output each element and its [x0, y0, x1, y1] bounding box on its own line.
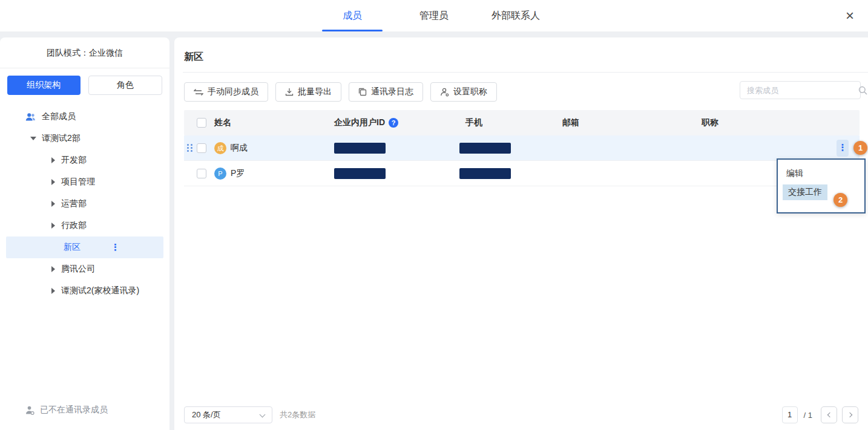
sync-icon: [194, 88, 203, 96]
help-icon[interactable]: ?: [389, 118, 398, 128]
tree-item-operations-dept[interactable]: 运营部: [0, 193, 169, 215]
role-button[interactable]: 角色: [88, 76, 163, 95]
select-all-checkbox[interactable]: [197, 118, 206, 128]
caret-right-icon[interactable]: [51, 201, 55, 207]
prev-page-button[interactable]: [821, 406, 837, 423]
next-page-button[interactable]: [842, 406, 858, 423]
chevron-left-icon: [827, 412, 832, 417]
caret-right-icon[interactable]: [51, 157, 55, 163]
caret-right-icon[interactable]: [51, 288, 55, 294]
tree-item-project-mgmt[interactable]: 项目管理: [0, 171, 169, 193]
people-icon: [25, 112, 36, 122]
team-mode-label: 团队模式：企业微信: [0, 37, 169, 68]
drag-handle[interactable]: [187, 144, 192, 152]
chevron-right-icon: [847, 412, 852, 417]
org-tree: 全部成员 谭测试2部 开发部 项目管理 运营部 行政部: [0, 102, 169, 302]
caret-down-icon[interactable]: [30, 137, 36, 140]
tree-item-label: 行政部: [61, 220, 87, 231]
set-job-title-label: 设置职称: [453, 86, 487, 97]
member-management-window: 成员 管理员 外部联系人 × 团队模式：企业微信 组织架构 角色 全部成员 谭测…: [0, 0, 868, 430]
tab-members[interactable]: 成员: [316, 0, 389, 31]
search-input[interactable]: [740, 86, 858, 95]
total-count-label: 共2条数据: [280, 409, 315, 420]
col-header-user-id: 企业内用户ID: [334, 117, 385, 128]
row-checkbox[interactable]: [197, 143, 206, 153]
search-icon[interactable]: [858, 86, 867, 95]
tree-item-dev-dept[interactable]: 开发部: [0, 149, 169, 171]
avatar: P: [214, 168, 226, 180]
page-controls: 1 / 1: [782, 406, 858, 423]
manual-sync-button[interactable]: 手动同步成员: [184, 82, 268, 102]
log-icon: [358, 88, 367, 96]
tree-item-label: 新区: [64, 242, 81, 253]
caret-right-icon[interactable]: [51, 223, 55, 229]
redacted-user-id: [334, 168, 386, 179]
col-header-title: 职称: [702, 117, 860, 128]
tab-admins[interactable]: 管理员: [398, 0, 470, 31]
close-icon[interactable]: ×: [841, 7, 858, 24]
set-job-title-button[interactable]: 设置职称: [430, 82, 497, 102]
manual-sync-label: 手动同步成员: [208, 86, 258, 97]
org-structure-button[interactable]: 组织架构: [7, 76, 81, 95]
pagination-bar: 20 条/页 共2条数据 1 / 1: [174, 406, 868, 423]
departed-members-link[interactable]: 已不在通讯录成员: [25, 405, 108, 415]
row-checkbox[interactable]: [197, 169, 206, 178]
table-row[interactable]: P P罗: [184, 161, 860, 186]
sidebar-mode-buttons: 组织架构 角色: [0, 68, 169, 102]
chevron-down-icon: [260, 412, 266, 418]
tree-item-all-members[interactable]: 全部成员: [0, 106, 169, 128]
col-header-email: 邮箱: [562, 117, 702, 128]
tree-item-label: 开发部: [61, 155, 87, 166]
tab-external-contacts[interactable]: 外部联系人: [479, 0, 552, 31]
member-search: [740, 81, 861, 99]
tab-group: 成员 管理员 外部联系人: [0, 0, 868, 31]
page-title: 新区: [174, 37, 868, 72]
menu-item-handover[interactable]: 交接工作: [783, 184, 827, 200]
current-page-input[interactable]: 1: [782, 406, 798, 423]
tree-item-label: 全部成员: [42, 111, 76, 122]
tree-item-new-district[interactable]: 新区 ⋮: [6, 236, 163, 258]
table-row[interactable]: 成 啊成 ⋮: [184, 135, 860, 161]
page-size-value: 20 条/页: [192, 410, 221, 419]
row-context-menu: 编辑 交接工作 2: [777, 158, 866, 213]
tree-item-tencent[interactable]: 腾讯公司: [0, 258, 169, 280]
page-size-select[interactable]: 20 条/页: [184, 406, 272, 423]
tree-item-label: 项目管理: [61, 177, 95, 187]
download-icon: [285, 88, 294, 96]
avatar: 成: [214, 142, 226, 154]
table-header-row: 姓名 企业内用户ID ? 手机 邮箱 职称: [184, 110, 860, 135]
redacted-phone: [459, 168, 511, 179]
member-panel: 新区 手动同步成员 批量导出 通讯录日志: [174, 37, 868, 430]
member-toolbar: 手动同步成员 批量导出 通讯录日志 设置职称: [174, 73, 868, 102]
menu-item-edit[interactable]: 编辑: [786, 168, 864, 179]
member-name: P罗: [231, 168, 245, 179]
person-settings-icon: [440, 88, 449, 97]
col-header-phone: 手机: [465, 117, 562, 128]
row-more-vertical-icon[interactable]: ⋮: [837, 140, 849, 157]
annotation-badge-2: 2: [833, 193, 847, 207]
col-header-name: 姓名: [214, 117, 334, 128]
tree-item-school-contacts[interactable]: 谭测试2(家校通讯录): [0, 280, 169, 302]
tree-item-label: 谭测试2部: [42, 133, 81, 144]
redacted-user-id: [334, 143, 386, 154]
batch-export-button[interactable]: 批量导出: [275, 82, 341, 102]
org-sidebar: 团队模式：企业微信 组织架构 角色 全部成员 谭测试2部 开发部: [0, 37, 169, 430]
contacts-log-label: 通讯录日志: [371, 86, 413, 97]
tree-item-admin-dept[interactable]: 行政部: [0, 215, 169, 236]
tree-item-label: 腾讯公司: [61, 264, 95, 275]
member-table: 姓名 企业内用户ID ? 手机 邮箱 职称 成 啊成: [184, 110, 860, 186]
batch-export-label: 批量导出: [298, 86, 332, 97]
tree-item-label: 运营部: [61, 198, 87, 209]
annotation-badge-1: 1: [853, 141, 867, 155]
departed-members-label: 已不在通讯录成员: [40, 405, 108, 415]
caret-right-icon[interactable]: [51, 179, 55, 185]
redacted-phone: [459, 143, 511, 154]
departed-member-icon: [25, 406, 35, 415]
caret-right-icon[interactable]: [51, 266, 55, 272]
contacts-log-button[interactable]: 通讯录日志: [349, 82, 423, 102]
more-vertical-icon[interactable]: ⋮: [111, 242, 120, 253]
top-tab-bar: 成员 管理员 外部联系人 ×: [0, 0, 868, 31]
page-total-label: / 1: [804, 411, 812, 420]
tree-item-label: 谭测试2(家校通讯录): [61, 285, 139, 296]
tree-item-dept-root[interactable]: 谭测试2部: [0, 128, 169, 149]
